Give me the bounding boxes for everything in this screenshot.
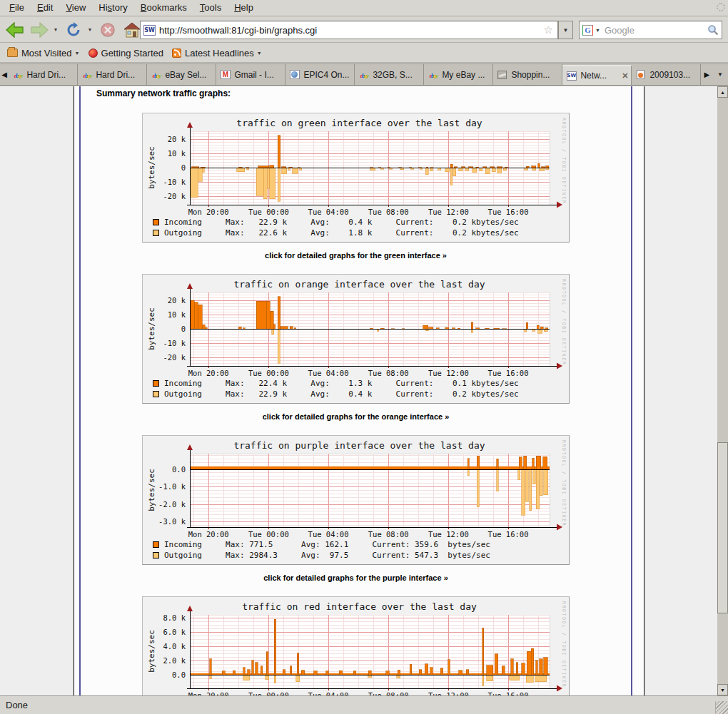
svg-text:0.0: 0.0 [172, 465, 186, 474]
bookmark-star-icon[interactable]: ☆ [544, 24, 553, 36]
search-engine-dropdown[interactable]: ▼ [595, 28, 600, 33]
resize-grip[interactable] [715, 701, 728, 714]
menu-view[interactable]: View [59, 0, 92, 16]
menu-help[interactable]: Help [228, 0, 260, 16]
tab-8[interactable]: Shoppin... [493, 64, 562, 85]
url-history-dropdown[interactable]: ▼ [558, 21, 573, 39]
svg-text:Tue 12:00: Tue 12:00 [428, 369, 469, 377]
graph-ylabel: bytes/sec [147, 292, 156, 366]
smoothwall-tab-icon: SW [565, 71, 577, 81]
svg-text:Mon 20:00: Mon 20:00 [188, 369, 229, 377]
scroll-tabs-left-button[interactable]: ◀ [0, 64, 9, 85]
page-inner-border-right [631, 86, 632, 695]
back-history-dropdown[interactable]: ▼ [51, 27, 60, 32]
tab-7[interactable]: ebayMy eBay ... [424, 64, 493, 85]
chevron-down-icon: ▼ [75, 51, 80, 56]
scrollbar-up-arrow[interactable]: ▲ [717, 86, 728, 98]
reload-button[interactable] [63, 20, 84, 40]
bookmark-label: Most Visited [21, 48, 72, 58]
forward-button[interactable] [29, 20, 50, 40]
stop-icon [100, 22, 116, 38]
scroll-tabs-right-button[interactable]: ▶ [701, 71, 712, 78]
bookmark-label: Latest Headlines [185, 48, 254, 58]
menu-edit[interactable]: Edit [31, 0, 59, 16]
svg-text:Tue 08:00: Tue 08:00 [368, 208, 409, 216]
list-all-tabs-button[interactable]: ▼ [712, 71, 728, 78]
gmail-tab-icon: M [219, 70, 231, 80]
svg-text:0: 0 [181, 325, 186, 333]
vertical-scrollbar[interactable]: ▲ ▼ [717, 86, 728, 695]
bookmark-latest-headlines[interactable]: Latest Headlines▼ [169, 46, 268, 60]
browser-window: FileEditViewHistoryBookmarksToolsHelp ▼ … [0, 0, 728, 714]
tab-label: Gmail - I... [234, 70, 282, 80]
search-bar[interactable]: G ▼ Google [579, 21, 722, 39]
menu-tools[interactable]: Tools [193, 0, 228, 16]
bookmark-most-visited[interactable]: Most Visited▼ [4, 46, 86, 60]
legend-text: Outgoing Max: 22.6 k Avg: 1.8 k Current:… [164, 228, 519, 238]
tab-label: My eBay ... [442, 70, 490, 80]
legend-incoming: Incoming Max: 771.5 Avg: 162.1 Current: … [153, 540, 490, 549]
reload-dropdown[interactable]: ▼ [86, 27, 94, 32]
graph-block-3: 0.0-1.0 k-2.0 k-3.0 kMon 20:00Tue 00:00T… [81, 435, 631, 583]
menu-file[interactable]: File [3, 0, 31, 16]
rrdtool-watermark: RRDTOOL / TOBI OETIKER [560, 118, 567, 218]
svg-text:Tue 00:00: Tue 00:00 [248, 208, 289, 216]
svg-text:2.0 k: 2.0 k [163, 656, 186, 665]
search-magnifier-icon[interactable] [707, 24, 719, 36]
legend-swatch [153, 391, 159, 397]
tab-2[interactable]: ebayHard Dri... [78, 64, 147, 85]
tab-5[interactable]: EPIC4 On... [285, 64, 355, 85]
url-bar[interactable]: SW http://smoothwall:81/cgi-bin/graphs.c… [140, 21, 558, 39]
svg-text:Tue 08:00: Tue 08:00 [368, 369, 409, 377]
tab-close-icon[interactable]: ✕ [622, 71, 628, 81]
detail-graphs-link-1[interactable]: click for detailed graphs for the green … [81, 251, 631, 260]
bookmark-getting-started[interactable]: Getting Started [86, 46, 169, 60]
detail-graphs-link-2[interactable]: click for detailed graphs for the orange… [81, 412, 631, 422]
url-text[interactable]: http://smoothwall:81/cgi-bin/graphs.cgi [159, 25, 542, 36]
tab-10[interactable]: 2009103... [632, 64, 701, 85]
rrdtool-watermark: RRDTOOL / TOBI OETIKER [560, 440, 567, 540]
forward-arrow-icon [30, 22, 49, 38]
tab-9-active[interactable]: SWNetw...✕ [562, 65, 632, 85]
tab-4[interactable]: MGmail - I... [216, 64, 285, 85]
navigation-toolbar: ▼ ▼ SW http://smoothwall:81/cgi-bin [0, 17, 728, 43]
svg-text:-10 k: -10 k [163, 178, 186, 186]
search-input[interactable]: Google [605, 25, 707, 36]
scrollbar-thumb[interactable] [717, 442, 728, 613]
svg-text:Tue 16:00: Tue 16:00 [488, 208, 529, 216]
graph-block-2: 20 k10 k0-10 k-20 kMon 20:00Tue 00:00Tue… [81, 274, 631, 422]
tab-3[interactable]: ebayeBay Sel... [147, 64, 216, 85]
svg-text:-1.0 k: -1.0 k [158, 482, 186, 491]
menu-bookmarks[interactable]: Bookmarks [134, 0, 193, 16]
firefox-icon [89, 49, 98, 58]
menu-bar: FileEditViewHistoryBookmarksToolsHelp [0, 0, 728, 16]
svg-text:Mon 20:00: Mon 20:00 [188, 530, 229, 539]
bookmarks-toolbar: Most Visited▼Getting StartedLatest Headl… [0, 44, 728, 63]
legend-text: Incoming Max: 22.9 k Avg: 0.4 k Current:… [164, 218, 519, 227]
svg-text:20 k: 20 k [168, 135, 186, 143]
svg-text:0.0: 0.0 [172, 670, 186, 679]
stop-button[interactable] [97, 20, 118, 40]
google-engine-icon[interactable]: G [582, 25, 593, 36]
reload-icon [66, 22, 81, 38]
chevron-down-icon: ▼ [257, 51, 262, 56]
ebay-tab-icon: ebay [358, 70, 370, 80]
tab-label: Netw... [580, 71, 620, 81]
tab-label: Hard Dri... [96, 70, 143, 80]
detail-graphs-link-3[interactable]: click for detailed graphs for the purple… [81, 573, 631, 583]
back-button[interactable] [4, 20, 26, 40]
scrollbar-down-arrow[interactable]: ▼ [717, 684, 728, 695]
svg-text:Tue 04:00: Tue 04:00 [308, 530, 349, 539]
svg-text:0: 0 [181, 163, 186, 172]
tab-bar: ◀ ebayHard Dri...ebayHard Dri...ebayeBay… [0, 63, 728, 86]
menu-history[interactable]: History [92, 0, 133, 16]
svg-text:-2.0 k: -2.0 k [158, 500, 186, 509]
legend-outgoing: Outgoing Max: 2984.3 Avg: 97.5 Current: … [153, 551, 490, 560]
tab-1[interactable]: ebayHard Dri... [9, 64, 78, 85]
svg-text:-3.0 k: -3.0 k [158, 517, 186, 526]
legend-text: Outgoing Max: 22.9 k Avg: 0.4 k Current:… [164, 389, 519, 399]
legend-swatch [153, 219, 159, 225]
svg-text:-20 k: -20 k [163, 192, 186, 200]
tab-6[interactable]: ebay32GB, S... [355, 64, 424, 85]
tab-label: EPIC4 On... [303, 70, 351, 80]
